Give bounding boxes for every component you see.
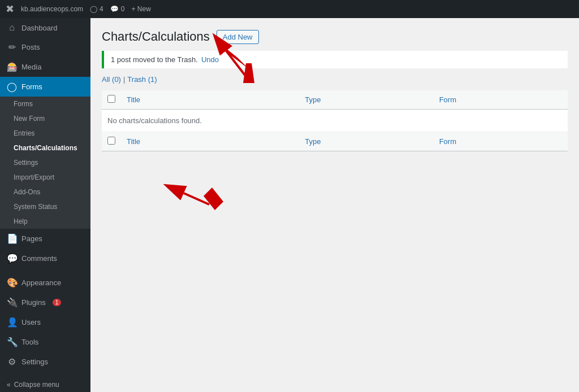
sidebar-item-dashboard[interactable]: ⌂ Dashboard: [0, 18, 90, 37]
sidebar-item-forms[interactable]: ◯ Forms: [0, 77, 90, 97]
wp-logo-icon: ✖: [6, 3, 14, 15]
media-icon: 🎰: [7, 62, 17, 72]
table-header-type: Type: [299, 90, 433, 110]
settings-icon: ⚙: [7, 356, 17, 367]
comments-menu-icon: 💬: [7, 253, 17, 264]
sidebar-item-label: Users: [21, 318, 41, 326]
sidebar-item-label: Tools: [21, 338, 38, 346]
filter-links: All (0) | Trash (1): [102, 75, 568, 84]
sidebar-item-label: Plugins: [21, 298, 46, 307]
submenu-add-ons[interactable]: Add-Ons: [0, 185, 90, 199]
page-header: Charts/Calculations Add New: [102, 29, 568, 44]
sidebar-item-plugins[interactable]: 🔌 Plugins 1: [0, 293, 90, 312]
updates-count-item[interactable]: ◯ 4: [90, 5, 103, 13]
submenu-system-status[interactable]: System Status: [0, 199, 90, 214]
select-all-checkbox[interactable]: [107, 95, 115, 103]
undo-link[interactable]: Undo: [201, 55, 219, 64]
sidebar-item-tools[interactable]: 🔧 Tools: [0, 332, 90, 352]
updates-icon: ◯: [90, 5, 97, 13]
charts-table: Title Type Form No charts/calculations f…: [102, 90, 568, 151]
comments-count-item[interactable]: 💬 0: [110, 5, 125, 13]
sidebar-item-settings[interactable]: ⚙ Settings: [0, 352, 90, 372]
comments-count: 0: [121, 5, 125, 13]
filter-all-link[interactable]: All (0): [102, 75, 121, 84]
sidebar-item-label: Pages: [21, 234, 42, 243]
submenu-charts-calculations[interactable]: Charts/Calculations: [0, 141, 90, 155]
collapse-label: Collapse menu: [14, 381, 59, 389]
sidebar-item-pages[interactable]: 📄 Pages: [0, 229, 90, 249]
table-footer-form: Form: [434, 132, 568, 151]
sidebar-item-users[interactable]: 👤 Users: [0, 312, 90, 332]
sidebar-item-label: Appearance: [21, 278, 61, 287]
submenu-import-export[interactable]: Import/Export: [0, 170, 90, 185]
table-no-items-row: No charts/calculations found.: [102, 110, 568, 132]
no-items-cell: No charts/calculations found.: [102, 110, 568, 132]
table-footer-title[interactable]: Title: [121, 132, 299, 151]
posts-icon: ✏: [7, 42, 17, 53]
submenu-help[interactable]: Help: [0, 214, 90, 229]
page-title: Charts/Calculations: [102, 29, 210, 44]
svg-line-5: [184, 193, 209, 204]
notice-success: 1 post moved to the Trash. Undo: [102, 51, 568, 68]
submenu-forms[interactable]: Forms: [0, 97, 90, 111]
table-header-form: Form: [434, 90, 568, 110]
submenu-new-form[interactable]: New Form: [0, 111, 90, 126]
pages-icon: 📄: [7, 233, 17, 244]
filter-separator: |: [123, 75, 125, 84]
comments-icon: 💬: [110, 5, 119, 13]
appearance-icon: 🎨: [7, 277, 17, 288]
collapse-icon: «: [7, 381, 11, 389]
site-name[interactable]: kb.audienceops.com: [21, 5, 83, 13]
users-icon: 👤: [7, 317, 17, 328]
table-header-row: Title Type Form: [102, 90, 568, 110]
main-content: Charts/Calculations Add New 1 post moved…: [90, 18, 579, 163]
sidebar-item-label: Forms: [21, 82, 42, 91]
sidebar-item-label: Media: [21, 63, 41, 71]
sidebar-item-comments[interactable]: 💬 Comments: [0, 249, 90, 268]
notice-text: 1 post moved to the Trash.: [111, 55, 198, 64]
table-header-title[interactable]: Title: [121, 90, 299, 110]
select-all-footer-checkbox[interactable]: [107, 137, 115, 145]
forms-submenu: Forms New Form Entries Charts/Calculatio…: [0, 97, 90, 229]
sidebar-item-appearance[interactable]: 🎨 Appearance: [0, 273, 90, 293]
submenu-entries[interactable]: Entries: [0, 126, 90, 141]
sidebar-item-label: Comments: [21, 254, 57, 263]
filter-trash-link[interactable]: Trash (1): [127, 75, 157, 84]
sidebar-item-label: Settings: [21, 358, 48, 366]
new-item[interactable]: + New: [131, 5, 150, 13]
submenu-settings[interactable]: Settings: [0, 155, 90, 170]
plugins-icon: 🔌: [7, 297, 17, 308]
plugins-badge: 1: [53, 299, 62, 306]
add-new-button[interactable]: Add New: [217, 30, 259, 44]
tools-icon: 🔧: [7, 337, 17, 347]
sidebar-item-media[interactable]: 🎰 Media: [0, 57, 90, 77]
dashboard-icon: ⌂: [7, 23, 17, 33]
collapse-menu-button[interactable]: « Collapse menu: [0, 376, 90, 392]
updates-count: 4: [100, 5, 103, 13]
table-footer-type: Type: [299, 132, 433, 151]
forms-icon: ◯: [7, 81, 17, 92]
table-header-check: [102, 90, 121, 110]
sidebar-item-label: Dashboard: [21, 24, 58, 32]
sidebar-item-label: Posts: [21, 43, 40, 51]
table-footer-check: [102, 132, 121, 151]
sidebar-item-posts[interactable]: ✏ Posts: [0, 37, 90, 57]
table-footer-row: Title Type Form: [102, 132, 568, 151]
svg-marker-6: [204, 188, 223, 210]
